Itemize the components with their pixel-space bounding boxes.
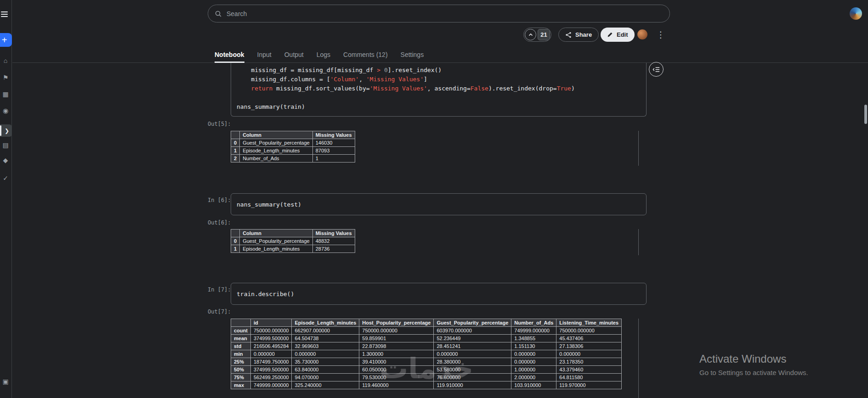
learn-icon[interactable]: ◆	[0, 155, 11, 166]
activate-windows-watermark: Activate Windows Go to Settings to activ…	[699, 353, 808, 376]
in7-label: In [7]:	[208, 286, 231, 293]
sidebar-expand-button[interactable]: ❯	[0, 124, 12, 137]
table-of-contents-button[interactable]	[649, 62, 664, 77]
home-icon[interactable]: ⌂	[0, 55, 11, 66]
upvote-button[interactable]: 21	[523, 28, 551, 42]
chevron-right-icon: ❯	[5, 128, 9, 134]
share-button[interactable]: Share	[558, 28, 599, 42]
code-content: train.describe()	[231, 283, 646, 305]
share-label: Share	[575, 31, 592, 38]
out7-label: Out[7]:	[208, 308, 231, 315]
out5-table: ColumnMissing Values0Guest_Popularity_pe…	[231, 131, 355, 163]
notebook-tabs: Notebook Input Output Logs Comments (12)…	[215, 47, 424, 63]
toc-icon	[652, 66, 660, 73]
vertical-scrollbar-thumb[interactable]	[864, 105, 867, 124]
activate-subtitle: Go to Settings to activate Windows.	[699, 369, 808, 376]
in6-label: In [6]:	[208, 197, 231, 203]
create-button[interactable]: +	[0, 33, 12, 47]
output-margin-line	[638, 319, 639, 398]
tab-logs[interactable]: Logs	[317, 47, 330, 63]
watermark-text: خدمات	[380, 352, 473, 385]
datasets-icon[interactable]: ▦	[0, 89, 11, 100]
vote-count: 21	[538, 29, 550, 40]
code-cell-5[interactable]: missing_df = missing_df[missing_df > 0].…	[231, 63, 647, 117]
code-cell-6[interactable]: nans_summary(test)	[231, 193, 647, 215]
code-content: nans_summary(test)	[231, 194, 646, 216]
upvote-caret-icon[interactable]	[525, 29, 536, 40]
menu-icon[interactable]	[1, 10, 8, 18]
plus-icon: +	[2, 35, 7, 45]
edit-button[interactable]: Edit	[601, 28, 635, 42]
output-margin-line	[638, 229, 639, 255]
code-content: missing_df = missing_df[missing_df > 0].…	[231, 63, 646, 114]
more-options-icon[interactable]: ⋮	[657, 28, 665, 41]
more-icon[interactable]: ✓	[0, 173, 11, 184]
models-icon[interactable]: ◉	[0, 105, 11, 116]
search-bar[interactable]	[208, 5, 670, 22]
out6-label: Out[6]:	[208, 219, 231, 226]
archive-icon[interactable]: ▣	[0, 376, 11, 387]
tab-output[interactable]: Output	[284, 47, 304, 63]
output-margin-line	[638, 131, 639, 166]
search-input[interactable]	[227, 10, 663, 17]
tab-notebook[interactable]: Notebook	[215, 47, 244, 63]
user-avatar[interactable]	[850, 7, 862, 20]
edit-label: Edit	[617, 31, 628, 38]
tab-comments[interactable]: Comments (12)	[343, 47, 387, 63]
tab-input[interactable]: Input	[257, 47, 272, 63]
discussions-icon[interactable]: ▤	[0, 140, 11, 151]
search-icon	[215, 10, 222, 17]
code-cell-7[interactable]: train.describe()	[231, 283, 647, 305]
active-indicator-bar	[0, 125, 1, 136]
share-icon	[565, 32, 572, 38]
competitions-icon[interactable]: ⚑	[0, 72, 11, 83]
pencil-icon	[607, 32, 613, 38]
bronze-medal-icon[interactable]	[637, 29, 647, 39]
sidebar: + ⌂ ⚑ ▦ ◉ ❯ ▤ ◆ ✓ ▣	[0, 0, 12, 398]
tab-settings[interactable]: Settings	[401, 47, 424, 63]
kaggle-notebook-screen: + ⌂ ⚑ ▦ ◉ ❯ ▤ ◆ ✓ ▣ 21 Share Edit ⋮ Note…	[0, 0, 868, 398]
out5-label: Out[5]:	[208, 121, 231, 127]
activate-title: Activate Windows	[699, 353, 808, 365]
out6-table: ColumnMissing Values0Guest_Popularity_pe…	[231, 229, 355, 253]
